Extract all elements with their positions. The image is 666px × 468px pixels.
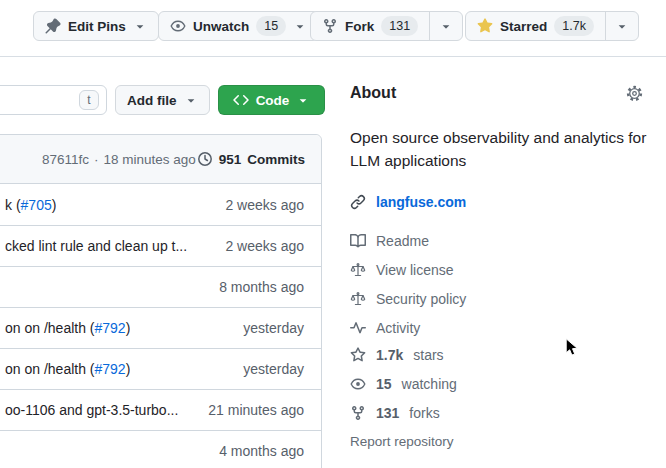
edit-pins-label: Edit Pins	[68, 19, 126, 34]
table-row[interactable]: cked lint rule and clean up t... 2 weeks…	[0, 225, 321, 266]
keyboard-shortcut-hint: t	[79, 90, 99, 110]
mouse-cursor	[565, 338, 579, 358]
github-repo-page: Edit Pins Unwatch 15 Fork 131	[0, 0, 666, 468]
about-links: Readme View license Security policy Acti…	[350, 226, 466, 342]
commits-history-link[interactable]: 951 Commits	[197, 151, 305, 167]
forks-count: 131	[376, 405, 399, 421]
issue-link[interactable]: #792	[95, 320, 126, 336]
watching-label: watching	[402, 376, 457, 392]
pin-icon	[45, 18, 61, 34]
unwatch-button[interactable]: Unwatch 15	[158, 11, 319, 41]
table-row[interactable]: k (#705) 2 weeks ago	[0, 184, 321, 225]
table-row[interactable]: on on /health (#792) yesterday	[0, 348, 321, 389]
security-policy-link[interactable]: Security policy	[350, 284, 466, 313]
repo-description: Open source observability and analytics …	[350, 126, 650, 172]
readme-label: Readme	[376, 233, 429, 249]
code-button[interactable]: Code	[218, 85, 325, 115]
unwatch-label: Unwatch	[193, 19, 249, 34]
table-row[interactable]: 4 months ago	[0, 430, 321, 468]
chevron-down-icon	[184, 93, 198, 107]
separator-dot: ·	[94, 152, 99, 167]
eye-icon	[350, 376, 366, 392]
view-license-link[interactable]: View license	[350, 255, 466, 284]
code-icon	[233, 92, 249, 108]
about-stats: 1.7k stars 15 watching 131 forks	[350, 340, 457, 427]
activity-link[interactable]: Activity	[350, 313, 466, 342]
watching-count: 15	[376, 376, 392, 392]
book-icon	[350, 233, 366, 249]
add-file-button[interactable]: Add file	[115, 85, 210, 115]
commit-date[interactable]: yesterday	[243, 361, 304, 377]
repo-fork-icon	[322, 18, 338, 34]
commit-message[interactable]: cked lint rule and clean up t...	[5, 238, 187, 254]
eye-icon	[170, 18, 186, 34]
website-link[interactable]: langfuse.com	[376, 194, 466, 210]
issue-link[interactable]: #792	[95, 361, 126, 377]
commit-message[interactable]: on on /health (#792)	[5, 320, 130, 336]
security-policy-label: Security policy	[376, 291, 466, 307]
commit-message[interactable]: oo-1106 and gpt-3.5-turbo...	[5, 402, 178, 418]
table-row[interactable]: on on /health (#792) yesterday	[0, 307, 321, 348]
add-file-label: Add file	[127, 93, 177, 108]
go-to-file-input[interactable]: t	[0, 85, 107, 115]
website-row: langfuse.com	[350, 194, 466, 210]
law-scales-icon	[350, 291, 366, 307]
gear-icon[interactable]	[626, 85, 643, 102]
forks-label: forks	[409, 405, 439, 421]
readme-link[interactable]: Readme	[350, 226, 466, 255]
star-outline-icon	[350, 347, 366, 363]
about-heading: About	[350, 84, 396, 102]
latest-commit-bar: 87611fc · 18 minutes ago 951 Commits	[0, 135, 321, 184]
watchers-count-badge: 15	[256, 16, 286, 36]
commits-label: Commits	[247, 152, 305, 167]
edit-pins-button[interactable]: Edit Pins	[33, 11, 159, 41]
link-chain-icon	[350, 194, 366, 210]
file-browser-table: 87611fc · 18 minutes ago 951 Commits k (…	[0, 134, 322, 468]
commit-date[interactable]: 2 weeks ago	[225, 197, 304, 213]
watching-link[interactable]: 15 watching	[350, 369, 457, 398]
commit-date[interactable]: 8 months ago	[219, 279, 304, 295]
repo-fork-icon	[350, 405, 366, 421]
table-row[interactable]: 8 months ago	[0, 266, 321, 307]
commit-date[interactable]: yesterday	[243, 320, 304, 336]
chevron-down-icon	[296, 93, 310, 107]
commits-count: 951	[219, 152, 242, 167]
view-license-label: View license	[376, 262, 454, 278]
stars-link[interactable]: 1.7k stars	[350, 340, 457, 369]
activity-label: Activity	[376, 320, 420, 336]
latest-commit-meta[interactable]: 87611fc · 18 minutes ago	[42, 152, 196, 167]
commit-time: 18 minutes ago	[104, 152, 196, 167]
about-sidebar: About Open source observability and anal…	[350, 0, 650, 468]
chevron-down-icon	[293, 19, 307, 33]
report-repository-link[interactable]: Report repository	[350, 434, 454, 449]
commit-sha: 87611fc	[42, 152, 89, 167]
stars-label: stars	[413, 347, 443, 363]
commit-message[interactable]: on on /health (#792)	[5, 361, 130, 377]
activity-pulse-icon	[350, 320, 366, 336]
law-scales-icon	[350, 262, 366, 278]
table-row[interactable]: oo-1106 and gpt-3.5-turbo... 21 minutes …	[0, 389, 321, 430]
code-label: Code	[256, 93, 290, 108]
issue-link[interactable]: #705	[21, 197, 52, 213]
commit-date[interactable]: 4 months ago	[219, 443, 304, 459]
forks-link[interactable]: 131 forks	[350, 398, 457, 427]
history-clock-icon	[197, 151, 213, 167]
stars-count: 1.7k	[376, 347, 403, 363]
commit-message[interactable]: k (#705)	[5, 197, 56, 213]
commit-date[interactable]: 2 weeks ago	[225, 238, 304, 254]
chevron-down-icon	[133, 19, 147, 33]
commit-date[interactable]: 21 minutes ago	[208, 402, 304, 418]
